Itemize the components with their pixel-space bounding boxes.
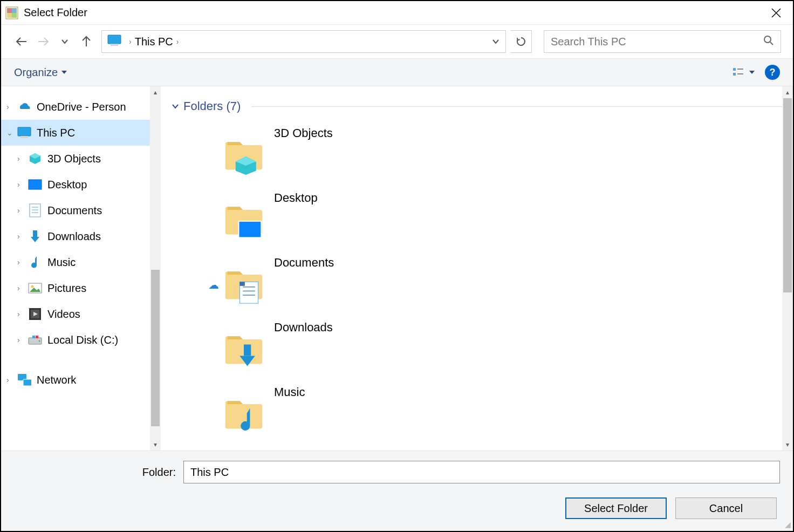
recent-dropdown[interactable]	[56, 33, 73, 50]
disk-icon	[28, 333, 42, 347]
close-button[interactable]	[764, 5, 789, 21]
scroll-up-icon[interactable]: ▴	[782, 86, 793, 98]
arrow-up-icon	[79, 35, 93, 49]
chevron-right-icon[interactable]: ›	[17, 284, 28, 292]
tree-item-3d-objects[interactable]: ›3D Objects	[1, 146, 161, 172]
folder-item-label: Desktop	[274, 191, 318, 205]
tree-item-this-pc[interactable]: ⌄This PC	[1, 120, 161, 146]
body: ›OneDrive - Person⌄This PC›3D Objects›De…	[1, 86, 793, 451]
chevron-right-icon[interactable]: ›	[6, 376, 17, 384]
svg-rect-50	[239, 282, 245, 286]
search-input[interactable]	[551, 36, 763, 48]
chevron-down-icon	[172, 103, 179, 110]
up-button[interactable]	[78, 33, 95, 50]
folder-item-music[interactable]: Music	[172, 382, 782, 447]
tree-item-desktop[interactable]: ›Desktop	[1, 172, 161, 197]
documents-folder-icon	[223, 264, 264, 305]
search-box[interactable]	[544, 30, 781, 53]
svg-marker-14	[61, 71, 67, 74]
tree-item-label: Music	[47, 256, 76, 269]
svg-rect-2	[12, 8, 17, 13]
tree-item-label: Pictures	[47, 282, 86, 295]
breadcrumb-separator[interactable]: ›	[126, 37, 135, 46]
svg-rect-16	[733, 73, 736, 76]
back-button[interactable]	[13, 33, 30, 50]
app-icon	[5, 6, 18, 19]
svg-rect-15	[733, 68, 736, 71]
help-icon: ?	[770, 67, 776, 78]
refresh-button[interactable]	[510, 30, 532, 53]
chevron-right-icon[interactable]: ›	[17, 180, 28, 189]
close-icon	[771, 8, 781, 18]
pictures-icon	[28, 281, 42, 295]
select-folder-button[interactable]: Select Folder	[565, 497, 667, 519]
content-scrollbar[interactable]: ▴ ▾	[782, 86, 793, 451]
window-title: Select Folder	[24, 6, 87, 19]
folder-item-label: Downloads	[274, 320, 333, 335]
tree-item-label: Downloads	[47, 230, 101, 243]
view-options-button[interactable]	[733, 67, 755, 78]
scroll-thumb[interactable]	[151, 270, 160, 426]
section-label: Folders (7)	[183, 99, 241, 113]
tree-item-music[interactable]: ›Music	[1, 249, 161, 275]
chevron-down-icon	[492, 38, 499, 45]
svg-rect-51	[244, 345, 251, 356]
chevron-right-icon[interactable]: ›	[17, 310, 28, 318]
tree-item-onedrive-person[interactable]: ›OneDrive - Person	[1, 94, 161, 120]
address-bar[interactable]: › This PC ›	[101, 30, 506, 53]
svg-rect-42	[23, 379, 31, 386]
select-folder-dialog: Select Folder › This PC › Organize	[0, 0, 794, 532]
breadcrumb-separator[interactable]: ›	[173, 37, 182, 46]
folder-item-desktop[interactable]: Desktop	[172, 188, 782, 253]
tree-item-network[interactable]: ›Network	[1, 367, 161, 393]
svg-rect-3	[7, 13, 12, 18]
documents-icon	[28, 203, 42, 217]
svg-rect-11	[111, 44, 118, 46]
videos-icon	[28, 307, 42, 321]
3d-icon	[28, 152, 42, 166]
folders-section-header[interactable]: Folders (7)	[172, 99, 782, 113]
chevron-right-icon[interactable]: ›	[17, 206, 28, 215]
scroll-thumb[interactable]	[783, 98, 792, 292]
tree-item-pictures[interactable]: ›Pictures	[1, 275, 161, 301]
svg-rect-24	[29, 180, 42, 189]
tree-item-label: Network	[37, 374, 76, 386]
chevron-right-icon[interactable]: ›	[17, 336, 28, 344]
svg-rect-21	[20, 136, 28, 138]
svg-line-13	[770, 42, 773, 45]
tree-item-videos[interactable]: ›Videos	[1, 301, 161, 327]
address-dropdown[interactable]	[486, 31, 505, 52]
chevron-down-icon[interactable]: ⌄	[6, 128, 17, 137]
chevron-right-icon[interactable]: ›	[17, 154, 28, 163]
help-button[interactable]: ?	[765, 65, 780, 80]
chevron-right-icon[interactable]: ›	[17, 258, 28, 267]
navigation-tree: ›OneDrive - Person⌄This PC›3D Objects›De…	[1, 86, 161, 451]
tree-item-downloads[interactable]: ›Downloads	[1, 223, 161, 249]
folder-item-downloads[interactable]: Downloads	[172, 317, 782, 382]
breadcrumb-location[interactable]: This PC	[135, 36, 173, 48]
cloud-status-icon: ☁	[204, 278, 223, 291]
tree-scrollbar[interactable]: ▴ ▾	[150, 86, 161, 451]
folder-item-documents[interactable]: ☁Documents	[172, 253, 782, 317]
svg-rect-1	[7, 8, 12, 13]
resize-grip-icon[interactable]: ◢	[785, 520, 791, 529]
titlebar: Select Folder	[1, 1, 793, 25]
scroll-down-icon[interactable]: ▾	[782, 439, 793, 451]
tree-item-local-disk-c-[interactable]: ›Local Disk (C:)	[1, 327, 161, 353]
scroll-up-icon[interactable]: ▴	[150, 86, 161, 98]
downloads-icon	[28, 229, 42, 243]
folder-item-3d-objects[interactable]: 3D Objects	[172, 123, 782, 188]
3d-folder-icon	[223, 135, 264, 176]
tree-item-label: This PC	[37, 127, 75, 139]
desktop-icon	[28, 178, 42, 192]
scroll-down-icon[interactable]: ▾	[150, 439, 161, 451]
cancel-button[interactable]: Cancel	[675, 497, 777, 519]
tree-item-documents[interactable]: ›Documents	[1, 197, 161, 223]
chevron-right-icon[interactable]: ›	[17, 232, 28, 241]
svg-rect-4	[12, 13, 17, 18]
forward-button[interactable]	[35, 33, 52, 50]
chevron-right-icon[interactable]: ›	[6, 103, 17, 111]
svg-rect-40	[36, 336, 38, 338]
organize-menu[interactable]: Organize	[14, 66, 67, 79]
folder-name-input[interactable]	[183, 461, 780, 483]
